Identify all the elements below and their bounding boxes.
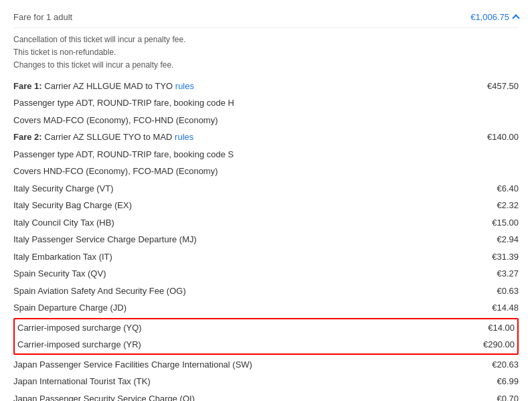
tax-amount: €2.94 <box>465 233 519 246</box>
japan-tax-label: Japan Passenger Service Facilities Charg… <box>13 358 465 372</box>
fare1-desc: Carrier AZ HLLGUE MAD to TYO <box>44 81 175 91</box>
japan-tax-amount: €20.63 <box>465 358 519 372</box>
tax-label: Italy Security Charge (VT) <box>13 182 465 195</box>
japan-tax-row: Japan Passenger Security Service Charge … <box>13 390 519 401</box>
tax-label: Italy Council City Tax (HB) <box>13 216 465 230</box>
highlighted-list: Carrier-imposed surcharge (YQ)€14.00Carr… <box>15 319 517 353</box>
chevron-up-icon <box>512 14 519 21</box>
tax-amount: €14.48 <box>465 301 519 315</box>
tax-row: Spain Aviation Safety And Security Fee (… <box>13 283 519 300</box>
japan-tax-amount: €6.99 <box>465 375 519 388</box>
tax-label: Italy Security Bag Charge (EX) <box>13 199 465 212</box>
notice-2: This ticket is non-refundable. <box>13 46 519 59</box>
highlighted-surcharge-row: Carrier-imposed surcharge (YR)€290.00 <box>15 336 517 353</box>
fare2-row: Fare 2: Carrier AZ SLLGUE TYO to MAD rul… <box>13 129 519 146</box>
fare1-subtext2: Covers MAD-FCO (Economy), FCO-HND (Econo… <box>13 114 519 127</box>
japan-tax-label: Japan International Tourist Tax (TK) <box>13 375 465 388</box>
fare2-bold-label: Fare 2: <box>13 132 42 142</box>
highlighted-label: Carrier-imposed surcharge (YQ) <box>17 321 461 335</box>
fare-header-amount[interactable]: €1,006.75 <box>470 12 519 22</box>
notices: Cancellation of this ticket will incur a… <box>13 33 519 72</box>
tax-amount: €2.32 <box>465 199 519 212</box>
tax-row: Italy Passenger Service Charge Departure… <box>13 231 519 248</box>
tax-label: Italy Passenger Service Charge Departure… <box>13 233 465 246</box>
japan-tax-amount: €0.70 <box>465 392 519 401</box>
fare1-amount: €457.50 <box>465 80 519 93</box>
fare2-subtext1-row: Passenger type ADT, ROUND-TRIP fare, boo… <box>13 146 519 163</box>
notice-1: Cancellation of this ticket will incur a… <box>13 33 519 46</box>
fare1-label: Fare 1: Carrier AZ HLLGUE MAD to TYO rul… <box>13 80 465 93</box>
taxes-list: Italy Security Charge (VT)€6.40Italy Sec… <box>13 180 519 317</box>
tax-label: Spain Aviation Safety And Security Fee (… <box>13 285 465 298</box>
japan-tax-row: Japan Passenger Service Facilities Charg… <box>13 356 519 374</box>
fare1-subtext2-row: Covers MAD-FCO (Economy), FCO-HND (Econo… <box>13 112 519 129</box>
fare2-rules-link[interactable]: rules <box>175 132 193 142</box>
tax-label: Spain Departure Charge (JD) <box>13 301 465 315</box>
tax-amount: €15.00 <box>465 216 519 230</box>
fare2-label: Fare 2: Carrier AZ SLLGUE TYO to MAD rul… <box>13 131 465 144</box>
tax-label: Spain Security Tax (QV) <box>13 267 465 280</box>
tax-amount: €3.27 <box>465 267 519 280</box>
tax-amount: €6.40 <box>465 182 519 195</box>
highlighted-label: Carrier-imposed surcharge (YR) <box>17 338 461 351</box>
japan-taxes-list: Japan Passenger Service Facilities Charg… <box>13 356 519 401</box>
tax-label: Italy Embarkation Tax (IT) <box>13 250 465 264</box>
fare1-bold-label: Fare 1: <box>13 81 42 91</box>
tax-row: Italy Embarkation Tax (IT)€31.39 <box>13 248 519 266</box>
fare2-subtext1: Passenger type ADT, ROUND-TRIP fare, boo… <box>13 148 519 161</box>
fare2-subtext2: Covers HND-FCO (Economy), FCO-MAD (Econo… <box>13 165 519 178</box>
fare1-subtext1: Passenger type ADT, ROUND-TRIP fare, boo… <box>13 96 519 110</box>
tax-amount: €0.63 <box>465 285 519 298</box>
tax-row: Italy Security Bag Charge (EX)€2.32 <box>13 197 519 214</box>
fare-header-amount-value: €1,006.75 <box>470 12 509 22</box>
fare-header[interactable]: Fare for 1 adult €1,006.75 <box>13 7 519 28</box>
fare1-subtext1-row: Passenger type ADT, ROUND-TRIP fare, boo… <box>13 94 519 112</box>
highlighted-amount: €290.00 <box>461 338 515 351</box>
tax-row: Spain Security Tax (QV)€3.27 <box>13 265 519 283</box>
fare-breakdown-container: Fare for 1 adult €1,006.75 Cancellation … <box>0 0 532 401</box>
tax-amount: €31.39 <box>465 250 519 264</box>
fare2-amount: €140.00 <box>465 131 519 144</box>
highlighted-surcharge-row: Carrier-imposed surcharge (YQ)€14.00 <box>15 319 517 337</box>
tax-row: Italy Council City Tax (HB)€15.00 <box>13 214 519 232</box>
fare1-rules-link[interactable]: rules <box>175 81 194 91</box>
japan-tax-row: Japan International Tourist Tax (TK)€6.9… <box>13 373 519 390</box>
notice-3: Changes to this ticket will incur a pena… <box>13 59 519 72</box>
highlighted-surcharges-box: Carrier-imposed surcharge (YQ)€14.00Carr… <box>13 318 519 355</box>
tax-row: Italy Security Charge (VT)€6.40 <box>13 180 519 197</box>
fare1-row: Fare 1: Carrier AZ HLLGUE MAD to TYO rul… <box>13 78 519 95</box>
japan-tax-label: Japan Passenger Security Service Charge … <box>13 392 465 401</box>
fare2-subtext2-row: Covers HND-FCO (Economy), FCO-MAD (Econo… <box>13 163 519 180</box>
fare2-desc: Carrier AZ SLLGUE TYO to MAD <box>44 132 175 142</box>
tax-row: Spain Departure Charge (JD)€14.48 <box>13 299 519 317</box>
highlighted-amount: €14.00 <box>461 321 515 335</box>
fare-header-title: Fare for 1 adult <box>13 12 72 22</box>
